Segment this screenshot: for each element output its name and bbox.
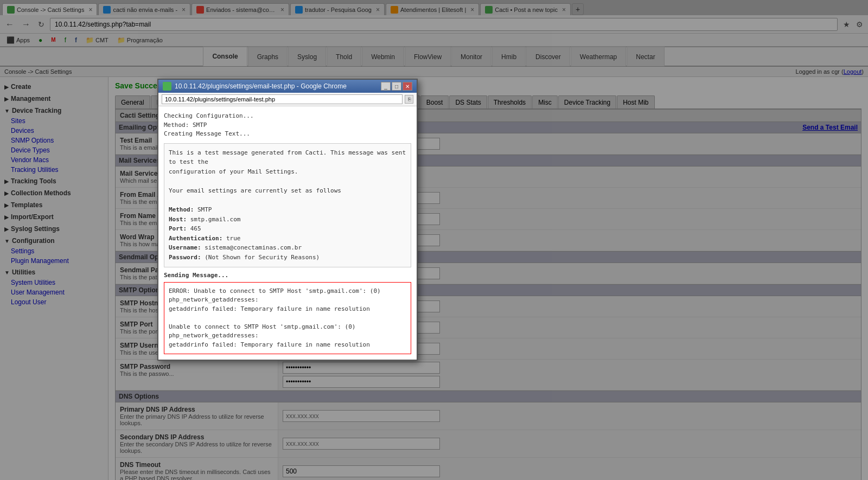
modal-status-line-1: Checking Configuration... — [164, 112, 411, 121]
modal-info-line-1: This is a test message generated from Ca… — [169, 148, 406, 167]
modal-address-input[interactable] — [162, 94, 403, 104]
modal-overlay: 10.0.11.42/plugins/settings/email-test.p… — [0, 0, 868, 480]
modal-info-line-2: configuration of your Mail Settings. — [169, 167, 406, 177]
modal-info-line-6: Port: 465 — [169, 224, 406, 234]
modal-info-line-5: Host: smtp.gmail.com — [169, 215, 406, 225]
modal-error-line-2: Unable to connect to SMTP Host 'smtp.gma… — [169, 323, 406, 350]
modal-status-line-2: Method: SMTP — [164, 121, 411, 130]
modal-status-line-3: Creating Message Text... — [164, 130, 411, 139]
modal-sending-label: Sending Message... — [164, 272, 411, 279]
modal-address-bar: ⎘ — [158, 93, 417, 106]
modal-close-button[interactable]: ✕ — [403, 82, 412, 91]
modal-maximize-button[interactable]: □ — [392, 82, 401, 91]
modal-info-line-3: Your email settings are currently set as… — [169, 186, 406, 196]
modal-minimize-button[interactable]: _ — [381, 82, 391, 91]
modal-info-box: This is a test message generated from Ca… — [164, 143, 411, 267]
modal-addr-copy-icon[interactable]: ⎘ — [405, 95, 413, 104]
modal-error-spacer — [169, 313, 406, 323]
modal-info-spacer1 — [169, 176, 406, 186]
modal-window: 10.0.11.42/plugins/settings/email-test.p… — [157, 79, 418, 361]
modal-info-spacer2 — [169, 195, 406, 205]
modal-error-line-1: ERROR: Unable to connect to SMTP Host 's… — [169, 287, 406, 314]
modal-title-left: 10.0.11.42/plugins/settings/email-test.p… — [163, 82, 347, 91]
modal-info-line-8: Username: sistema@conectaminas.com.br — [169, 243, 406, 253]
modal-info-line-7: Authentication: true — [169, 234, 406, 244]
modal-title-text: 10.0.11.42/plugins/settings/email-test.p… — [175, 82, 347, 90]
modal-info-line-4: Method: SMTP — [169, 205, 406, 215]
modal-body: Checking Configuration... Method: SMTP C… — [158, 106, 417, 360]
modal-status-text: Checking Configuration... Method: SMTP C… — [164, 112, 411, 139]
modal-title-icon — [163, 82, 171, 91]
modal-info-line-9: Password: (Not Shown for Security Reason… — [169, 253, 406, 263]
modal-titlebar: 10.0.11.42/plugins/settings/email-test.p… — [158, 80, 417, 93]
modal-controls: _ □ ✕ — [381, 82, 412, 91]
modal-error-box: ERROR: Unable to connect to SMTP Host 's… — [164, 282, 411, 355]
